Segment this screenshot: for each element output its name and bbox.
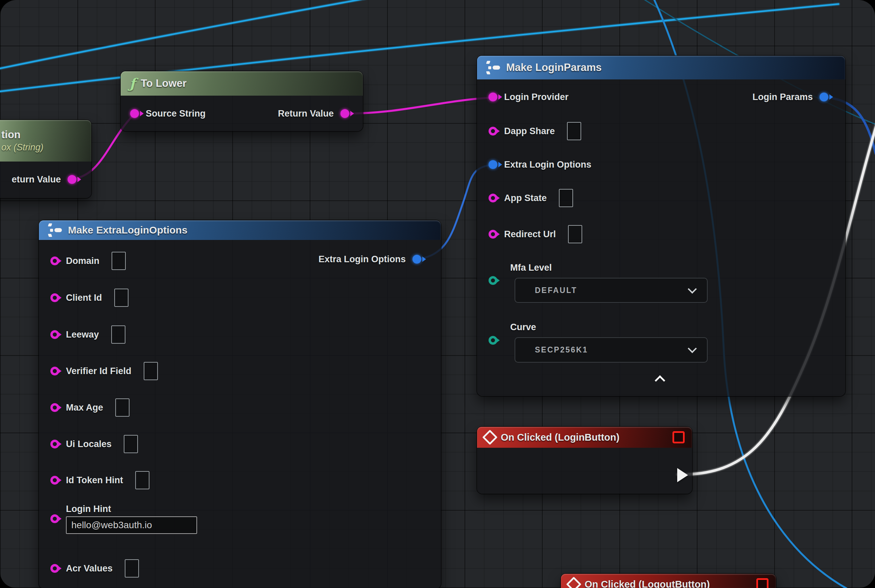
- node-title: On Clicked (LoginButton): [501, 432, 619, 443]
- id-token-hint-label: Id Token Hint: [66, 475, 123, 486]
- curve-dropdown[interactable]: SECP256K1: [514, 337, 708, 363]
- node-make-login-params[interactable]: Make LoginParams Login Params Login Prov…: [477, 56, 845, 396]
- curve-value: SECP256K1: [535, 345, 588, 354]
- bind-delegate-icon[interactable]: [672, 431, 685, 443]
- login-hint-pin[interactable]: [50, 514, 59, 523]
- leeway-label: Leeway: [66, 330, 99, 340]
- event-icon: [482, 429, 497, 445]
- node-title: To Lower: [141, 77, 186, 90]
- acr-values-value-box[interactable]: [125, 559, 139, 578]
- make-struct-icon: [486, 60, 501, 75]
- mfa-level-label: Mfa Level: [510, 262, 552, 273]
- leeway-pin[interactable]: [50, 330, 59, 339]
- max-age-label: Max Age: [66, 402, 103, 413]
- app-state-value-box[interactable]: [559, 189, 573, 207]
- redirect-url-label: Redirect Url: [504, 229, 556, 240]
- bind-delegate-icon[interactable]: [756, 578, 768, 588]
- dapp-share-value-box[interactable]: [567, 122, 581, 140]
- dapp-share-pin[interactable]: [489, 127, 497, 135]
- leeway-value-box[interactable]: [111, 326, 125, 344]
- app-state-label: App State: [504, 193, 547, 203]
- node-title: On Clicked (LogoutButton): [585, 579, 710, 588]
- login-hint-input[interactable]: [66, 516, 197, 534]
- app-state-pin[interactable]: [489, 194, 497, 202]
- extra-login-options-in-label: Extra Login Options: [504, 159, 591, 170]
- source-string-label: Source String: [146, 108, 206, 119]
- node-to-lower[interactable]: ƒ To Lower Source String Return Value: [121, 71, 363, 131]
- extra-login-options-out-pin[interactable]: [412, 255, 421, 264]
- node-on-clicked-login-button[interactable]: On Clicked (LoginButton): [477, 427, 692, 494]
- event-icon: [566, 576, 581, 588]
- ui-locales-pin[interactable]: [50, 440, 59, 448]
- dapp-share-label: Dapp Share: [504, 126, 555, 136]
- node-make-extra-login-options[interactable]: Make ExtraLoginOptions Extra Login Optio…: [39, 220, 441, 588]
- login-provider-pin[interactable]: [489, 93, 497, 101]
- make-struct-icon: [48, 223, 63, 238]
- node-on-clicked-logout-button[interactable]: On Clicked (LogoutButton): [561, 574, 776, 588]
- ui-locales-value-box[interactable]: [124, 435, 138, 453]
- verifier-id-field-label: Verifier Id Field: [66, 366, 132, 376]
- node-subtitle-fragment: ox (String): [2, 142, 44, 153]
- collapse-chevron-icon[interactable]: [654, 375, 665, 386]
- node-title: Make LoginParams: [506, 62, 602, 74]
- id-token-hint-value-box[interactable]: [135, 471, 149, 489]
- mfa-level-pin[interactable]: [489, 276, 497, 285]
- curve-label: Curve: [510, 322, 536, 333]
- acr-values-pin[interactable]: [50, 564, 59, 573]
- chevron-down-icon: [688, 344, 697, 353]
- return-value-label: Return Value: [278, 108, 334, 119]
- acr-values-label: Acr Values: [66, 563, 113, 574]
- login-hint-label: Login Hint: [66, 504, 197, 514]
- redirect-url-value-box[interactable]: [568, 225, 582, 243]
- login-provider-label: Login Provider: [504, 92, 569, 102]
- client-id-pin[interactable]: [50, 293, 59, 302]
- verifier-id-field-pin[interactable]: [50, 367, 59, 375]
- return-value-pin[interactable]: [68, 175, 77, 184]
- wire-cyan-1-core: [0, 0, 384, 69]
- node-title-fragment: tion: [2, 129, 21, 141]
- function-icon: ƒ: [129, 77, 135, 90]
- client-id-value-box[interactable]: [114, 289, 128, 307]
- max-age-pin[interactable]: [50, 403, 59, 412]
- login-params-out-pin[interactable]: [819, 93, 828, 101]
- domain-pin[interactable]: [50, 256, 59, 265]
- source-string-pin[interactable]: [130, 109, 139, 118]
- login-params-out-label: Login Params: [752, 92, 813, 102]
- chevron-down-icon: [688, 285, 697, 294]
- curve-pin[interactable]: [489, 336, 497, 345]
- node-textbox-partial[interactable]: tion ox (String) eturn Value: [0, 120, 91, 198]
- mfa-level-value: DEFAULT: [535, 286, 577, 295]
- extra-login-options-in-pin[interactable]: [489, 160, 497, 169]
- ui-locales-label: Ui Locales: [66, 439, 111, 450]
- node-title: Make ExtraLoginOptions: [68, 224, 187, 236]
- max-age-value-box[interactable]: [115, 398, 129, 417]
- return-value-label: eturn Value: [12, 174, 61, 185]
- client-id-label: Client Id: [66, 292, 102, 303]
- domain-value-box[interactable]: [111, 252, 126, 270]
- verifier-id-field-value-box[interactable]: [144, 362, 158, 380]
- wire-cyan-1: [0, 0, 384, 69]
- domain-label: Domain: [66, 256, 99, 266]
- exec-output-pin[interactable]: [677, 468, 688, 482]
- return-value-pin[interactable]: [340, 109, 349, 118]
- id-token-hint-pin[interactable]: [50, 476, 59, 484]
- blueprint-graph-canvas[interactable]: tion ox (String) eturn Value ƒ To Lower …: [0, 0, 875, 588]
- mfa-level-dropdown[interactable]: DEFAULT: [514, 278, 708, 303]
- redirect-url-pin[interactable]: [489, 230, 497, 238]
- extra-login-options-out-label: Extra Login Options: [319, 254, 406, 265]
- wire-magenta-tolower-to-provider: [343, 98, 491, 114]
